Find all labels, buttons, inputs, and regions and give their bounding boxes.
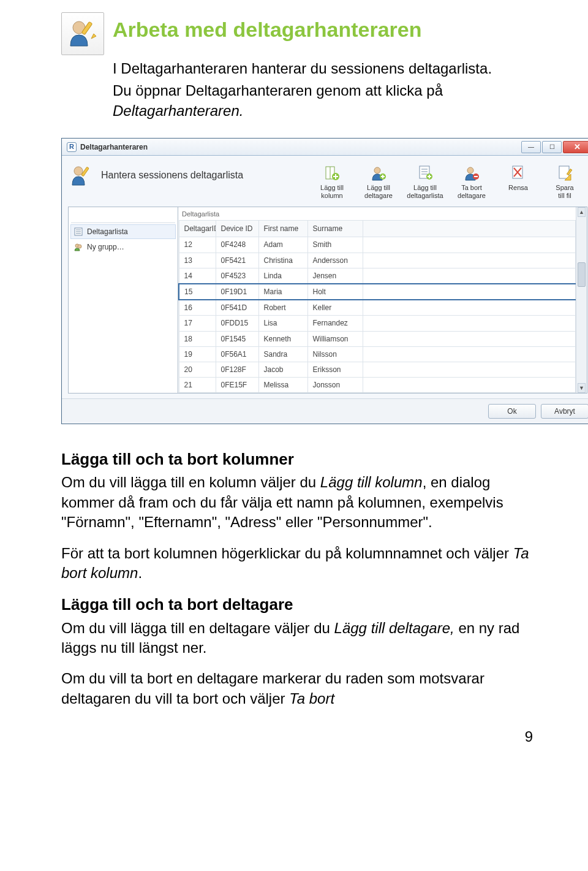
- save-to-file-button[interactable]: Sparatill fil: [543, 162, 586, 200]
- window-heading: Hantera sessionens deltagarlista: [101, 169, 243, 182]
- page-title: Arbeta med deltagarhanteraren: [113, 16, 422, 44]
- table-cell[interactable]: 20: [179, 362, 216, 377]
- remove-participant-icon: [462, 163, 481, 183]
- table-cell[interactable]: Maria: [258, 284, 307, 300]
- table-cell[interactable]: Andersson: [307, 253, 363, 268]
- edit-user-header-icon: [61, 12, 104, 55]
- section-columns-p2: För att ta bort kolumnen högerklickar du…: [61, 544, 533, 584]
- add-column-icon: [322, 163, 342, 183]
- table-cell[interactable]: 0FE15F: [216, 378, 258, 393]
- vertical-scrollbar[interactable]: ▲ ▼: [576, 207, 587, 393]
- table-row[interactable]: 150F19D1MariaHolt: [179, 284, 576, 300]
- table-cell[interactable]: 19: [179, 346, 216, 362]
- window-title: Deltagarhanteraren: [80, 142, 148, 152]
- table-row[interactable]: 120F4248AdamSmith: [179, 237, 576, 253]
- scroll-thumb[interactable]: [578, 262, 586, 287]
- table-row[interactable]: 190F56A1SandraNilsson: [179, 346, 576, 362]
- window-titlebar: R Deltagarhanteraren — ☐ ✕: [62, 139, 588, 156]
- table-cell[interactable]: Adam: [258, 237, 307, 253]
- table-cell[interactable]: Williamson: [307, 331, 363, 346]
- table-cell[interactable]: Lisa: [258, 316, 307, 331]
- table-cell[interactable]: Sandra: [258, 346, 307, 362]
- table-cell[interactable]: Melissa: [258, 378, 307, 393]
- toolbar: Lägg tillkolumnLägg tilldeltagareLägg ti…: [311, 162, 586, 200]
- maximize-button[interactable]: ☐: [542, 141, 562, 153]
- ok-button[interactable]: Ok: [488, 404, 536, 419]
- group-icon: [74, 242, 83, 252]
- table-cell[interactable]: 0F19D1: [216, 284, 258, 300]
- minimize-button[interactable]: —: [521, 141, 541, 153]
- edit-user-icon: [68, 162, 95, 189]
- cell-spacer: [363, 346, 576, 362]
- column-header[interactable]: Device ID: [216, 221, 258, 237]
- add-participant-button[interactable]: Lägg tilldeltagare: [357, 162, 400, 200]
- table-cell[interactable]: Jacob: [258, 362, 307, 377]
- section-participants-p1: Om du vill lägga till en deltagare välje…: [61, 618, 533, 658]
- clear-button[interactable]: Rensa: [497, 162, 540, 200]
- table-cell[interactable]: 12: [179, 237, 216, 253]
- table-cell[interactable]: Keller: [307, 300, 363, 316]
- participant-table[interactable]: DeltagarIDDevice IDFirst nameSurname 120…: [178, 220, 576, 393]
- table-cell[interactable]: 16: [179, 300, 216, 316]
- table-cell[interactable]: 13: [179, 253, 216, 268]
- table-cell[interactable]: Fernandez: [307, 316, 363, 331]
- table-cell[interactable]: Christina: [258, 253, 307, 268]
- svg-point-34: [78, 245, 81, 248]
- table-cell[interactable]: 0FDD15: [216, 316, 258, 331]
- table-cell[interactable]: Jonsson: [307, 378, 363, 393]
- cell-spacer: [363, 253, 576, 268]
- list-icon: [74, 227, 83, 237]
- add-list-button[interactable]: Lägg tilldeltagarlista: [404, 162, 447, 200]
- column-header[interactable]: Surname: [307, 221, 363, 237]
- column-header[interactable]: First name: [258, 221, 307, 237]
- table-row[interactable]: 200F128FJacobEriksson: [179, 362, 576, 377]
- table-row[interactable]: 130F5421ChristinaAndersson: [179, 253, 576, 268]
- table-row[interactable]: 140F4523LindaJensen: [179, 268, 576, 284]
- cell-spacer: [363, 316, 576, 331]
- table-cell[interactable]: 0F4523: [216, 268, 258, 284]
- scroll-up-arrow[interactable]: ▲: [578, 207, 586, 217]
- table-cell[interactable]: 14: [179, 268, 216, 284]
- table-cell[interactable]: 0F128F: [216, 362, 258, 377]
- sidebar-item-new-group[interactable]: Ny grupp…: [71, 240, 175, 254]
- table-cell[interactable]: Robert: [258, 300, 307, 316]
- scroll-down-arrow[interactable]: ▼: [578, 383, 586, 393]
- table-cell[interactable]: 0F541D: [216, 300, 258, 316]
- table-cell[interactable]: 21: [179, 378, 216, 393]
- remove-participant-button[interactable]: Ta bortdeltagare: [450, 162, 493, 200]
- app-icon: R: [67, 142, 77, 152]
- table-cell[interactable]: Linda: [258, 268, 307, 284]
- add-column-button[interactable]: Lägg tillkolumn: [311, 162, 353, 200]
- toolbar-label: Lägg tilldeltagarlista: [405, 184, 445, 199]
- table-cell[interactable]: 0F4248: [216, 237, 258, 253]
- table-cell[interactable]: 0F56A1: [216, 346, 258, 362]
- table-cell[interactable]: 0F5421: [216, 253, 258, 268]
- cancel-button[interactable]: Avbryt: [541, 404, 588, 419]
- table-row[interactable]: 160F541DRobertKeller: [179, 300, 576, 316]
- cell-spacer: [363, 331, 576, 346]
- svg-rect-27: [559, 166, 569, 178]
- sidebar-item-label: Deltagarlista: [87, 227, 128, 237]
- toolbar-label: Sparatill fil: [545, 184, 585, 199]
- sidebar-item-deltagarlista[interactable]: Deltagarlista: [70, 224, 176, 239]
- table-cell[interactable]: Kenneth: [258, 331, 307, 346]
- table-cell[interactable]: 15: [179, 284, 216, 300]
- close-button[interactable]: ✕: [563, 141, 588, 153]
- add-participant-icon: [369, 163, 388, 183]
- svg-point-21: [467, 167, 473, 173]
- column-header[interactable]: DeltagarID: [179, 221, 216, 237]
- table-cell[interactable]: Eriksson: [307, 362, 363, 377]
- toolbar-label: Ta bortdeltagare: [451, 184, 492, 199]
- table-cell[interactable]: Jensen: [307, 268, 363, 284]
- sidebar: Deltagarlista Ny grupp…: [68, 207, 178, 394]
- table-cell[interactable]: 0F1545: [216, 331, 258, 346]
- table-cell[interactable]: Nilsson: [307, 346, 363, 362]
- table-cell[interactable]: 17: [179, 316, 216, 331]
- table-cell[interactable]: 18: [179, 331, 216, 346]
- table-cell[interactable]: Holt: [307, 284, 363, 300]
- cell-spacer: [363, 284, 576, 300]
- table-row[interactable]: 180F1545KennethWilliamson: [179, 331, 576, 346]
- table-row[interactable]: 170FDD15LisaFernandez: [179, 316, 576, 331]
- table-row[interactable]: 210FE15FMelissaJonsson: [179, 378, 576, 393]
- table-cell[interactable]: Smith: [307, 237, 363, 253]
